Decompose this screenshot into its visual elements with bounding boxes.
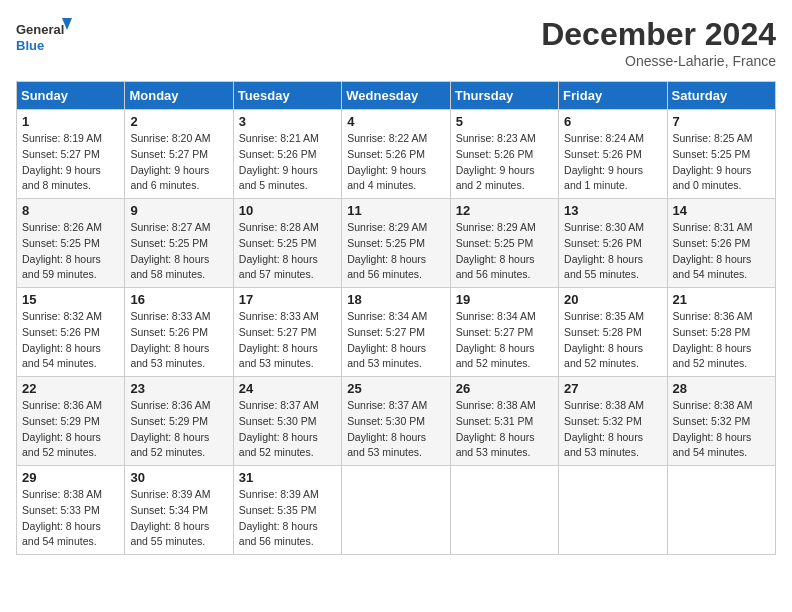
calendar-cell: 26Sunrise: 8:38 AM Sunset: 5:31 PM Dayli… (450, 377, 558, 466)
calendar-cell: 5Sunrise: 8:23 AM Sunset: 5:26 PM Daylig… (450, 110, 558, 199)
day-info: Sunrise: 8:27 AM Sunset: 5:25 PM Dayligh… (130, 220, 227, 283)
day-info: Sunrise: 8:38 AM Sunset: 5:31 PM Dayligh… (456, 398, 553, 461)
logo-svg: General Blue (16, 16, 76, 60)
day-number: 4 (347, 114, 444, 129)
day-number: 12 (456, 203, 553, 218)
day-number: 7 (673, 114, 770, 129)
day-number: 1 (22, 114, 119, 129)
calendar-cell: 28Sunrise: 8:38 AM Sunset: 5:32 PM Dayli… (667, 377, 775, 466)
page-title: December 2024 (541, 16, 776, 53)
calendar-cell (559, 466, 667, 555)
day-info: Sunrise: 8:21 AM Sunset: 5:26 PM Dayligh… (239, 131, 336, 194)
calendar-week-row: 1Sunrise: 8:19 AM Sunset: 5:27 PM Daylig… (17, 110, 776, 199)
day-number: 3 (239, 114, 336, 129)
page-subtitle: Onesse-Laharie, France (541, 53, 776, 69)
day-number: 23 (130, 381, 227, 396)
calendar-cell: 21Sunrise: 8:36 AM Sunset: 5:28 PM Dayli… (667, 288, 775, 377)
day-info: Sunrise: 8:37 AM Sunset: 5:30 PM Dayligh… (239, 398, 336, 461)
day-number: 27 (564, 381, 661, 396)
day-info: Sunrise: 8:20 AM Sunset: 5:27 PM Dayligh… (130, 131, 227, 194)
day-number: 30 (130, 470, 227, 485)
day-info: Sunrise: 8:33 AM Sunset: 5:27 PM Dayligh… (239, 309, 336, 372)
page-header: General Blue December 2024 Onesse-Lahari… (16, 16, 776, 69)
day-number: 29 (22, 470, 119, 485)
day-info: Sunrise: 8:38 AM Sunset: 5:33 PM Dayligh… (22, 487, 119, 550)
day-number: 11 (347, 203, 444, 218)
calendar-cell: 19Sunrise: 8:34 AM Sunset: 5:27 PM Dayli… (450, 288, 558, 377)
day-number: 25 (347, 381, 444, 396)
day-info: Sunrise: 8:30 AM Sunset: 5:26 PM Dayligh… (564, 220, 661, 283)
calendar-cell: 2Sunrise: 8:20 AM Sunset: 5:27 PM Daylig… (125, 110, 233, 199)
calendar-cell: 30Sunrise: 8:39 AM Sunset: 5:34 PM Dayli… (125, 466, 233, 555)
day-number: 14 (673, 203, 770, 218)
day-number: 21 (673, 292, 770, 307)
day-info: Sunrise: 8:26 AM Sunset: 5:25 PM Dayligh… (22, 220, 119, 283)
day-number: 26 (456, 381, 553, 396)
column-header-wednesday: Wednesday (342, 82, 450, 110)
day-info: Sunrise: 8:36 AM Sunset: 5:29 PM Dayligh… (22, 398, 119, 461)
column-header-friday: Friday (559, 82, 667, 110)
calendar-cell: 7Sunrise: 8:25 AM Sunset: 5:25 PM Daylig… (667, 110, 775, 199)
day-number: 18 (347, 292, 444, 307)
calendar-cell: 15Sunrise: 8:32 AM Sunset: 5:26 PM Dayli… (17, 288, 125, 377)
column-header-tuesday: Tuesday (233, 82, 341, 110)
calendar-cell (667, 466, 775, 555)
calendar-cell: 4Sunrise: 8:22 AM Sunset: 5:26 PM Daylig… (342, 110, 450, 199)
calendar-cell: 13Sunrise: 8:30 AM Sunset: 5:26 PM Dayli… (559, 199, 667, 288)
day-number: 6 (564, 114, 661, 129)
calendar-cell: 27Sunrise: 8:38 AM Sunset: 5:32 PM Dayli… (559, 377, 667, 466)
calendar-cell: 10Sunrise: 8:28 AM Sunset: 5:25 PM Dayli… (233, 199, 341, 288)
day-info: Sunrise: 8:24 AM Sunset: 5:26 PM Dayligh… (564, 131, 661, 194)
calendar-cell: 11Sunrise: 8:29 AM Sunset: 5:25 PM Dayli… (342, 199, 450, 288)
calendar-cell: 20Sunrise: 8:35 AM Sunset: 5:28 PM Dayli… (559, 288, 667, 377)
day-number: 15 (22, 292, 119, 307)
column-header-thursday: Thursday (450, 82, 558, 110)
column-header-monday: Monday (125, 82, 233, 110)
calendar-week-row: 8Sunrise: 8:26 AM Sunset: 5:25 PM Daylig… (17, 199, 776, 288)
column-header-sunday: Sunday (17, 82, 125, 110)
day-number: 5 (456, 114, 553, 129)
day-number: 22 (22, 381, 119, 396)
calendar-cell: 18Sunrise: 8:34 AM Sunset: 5:27 PM Dayli… (342, 288, 450, 377)
day-number: 20 (564, 292, 661, 307)
title-block: December 2024 Onesse-Laharie, France (541, 16, 776, 69)
svg-text:General: General (16, 22, 64, 37)
day-info: Sunrise: 8:23 AM Sunset: 5:26 PM Dayligh… (456, 131, 553, 194)
day-info: Sunrise: 8:25 AM Sunset: 5:25 PM Dayligh… (673, 131, 770, 194)
day-info: Sunrise: 8:32 AM Sunset: 5:26 PM Dayligh… (22, 309, 119, 372)
day-number: 9 (130, 203, 227, 218)
day-number: 13 (564, 203, 661, 218)
calendar-cell: 24Sunrise: 8:37 AM Sunset: 5:30 PM Dayli… (233, 377, 341, 466)
day-info: Sunrise: 8:38 AM Sunset: 5:32 PM Dayligh… (564, 398, 661, 461)
day-info: Sunrise: 8:38 AM Sunset: 5:32 PM Dayligh… (673, 398, 770, 461)
column-header-saturday: Saturday (667, 82, 775, 110)
calendar-cell: 29Sunrise: 8:38 AM Sunset: 5:33 PM Dayli… (17, 466, 125, 555)
calendar-week-row: 29Sunrise: 8:38 AM Sunset: 5:33 PM Dayli… (17, 466, 776, 555)
day-info: Sunrise: 8:36 AM Sunset: 5:28 PM Dayligh… (673, 309, 770, 372)
calendar-cell: 1Sunrise: 8:19 AM Sunset: 5:27 PM Daylig… (17, 110, 125, 199)
calendar-cell: 17Sunrise: 8:33 AM Sunset: 5:27 PM Dayli… (233, 288, 341, 377)
day-number: 19 (456, 292, 553, 307)
calendar-cell: 25Sunrise: 8:37 AM Sunset: 5:30 PM Dayli… (342, 377, 450, 466)
day-info: Sunrise: 8:39 AM Sunset: 5:35 PM Dayligh… (239, 487, 336, 550)
day-info: Sunrise: 8:29 AM Sunset: 5:25 PM Dayligh… (456, 220, 553, 283)
calendar-cell: 14Sunrise: 8:31 AM Sunset: 5:26 PM Dayli… (667, 199, 775, 288)
calendar-cell: 9Sunrise: 8:27 AM Sunset: 5:25 PM Daylig… (125, 199, 233, 288)
day-number: 10 (239, 203, 336, 218)
day-number: 24 (239, 381, 336, 396)
calendar-header-row: SundayMondayTuesdayWednesdayThursdayFrid… (17, 82, 776, 110)
calendar-cell: 12Sunrise: 8:29 AM Sunset: 5:25 PM Dayli… (450, 199, 558, 288)
day-info: Sunrise: 8:33 AM Sunset: 5:26 PM Dayligh… (130, 309, 227, 372)
calendar-table: SundayMondayTuesdayWednesdayThursdayFrid… (16, 81, 776, 555)
calendar-cell: 31Sunrise: 8:39 AM Sunset: 5:35 PM Dayli… (233, 466, 341, 555)
calendar-cell (450, 466, 558, 555)
day-info: Sunrise: 8:22 AM Sunset: 5:26 PM Dayligh… (347, 131, 444, 194)
day-info: Sunrise: 8:34 AM Sunset: 5:27 PM Dayligh… (347, 309, 444, 372)
day-info: Sunrise: 8:31 AM Sunset: 5:26 PM Dayligh… (673, 220, 770, 283)
day-info: Sunrise: 8:39 AM Sunset: 5:34 PM Dayligh… (130, 487, 227, 550)
day-number: 31 (239, 470, 336, 485)
svg-text:Blue: Blue (16, 38, 44, 53)
day-info: Sunrise: 8:37 AM Sunset: 5:30 PM Dayligh… (347, 398, 444, 461)
day-number: 2 (130, 114, 227, 129)
logo: General Blue (16, 16, 76, 60)
